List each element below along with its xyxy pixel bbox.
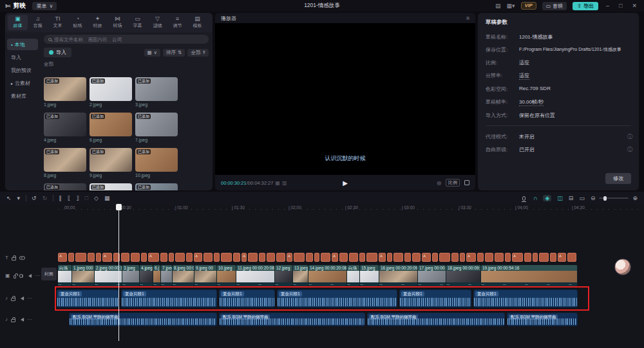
lock-icon[interactable] — [11, 298, 15, 301]
subtitle-clip[interactable]: A — [512, 253, 523, 262]
subtitle-clip[interactable] — [366, 253, 377, 262]
frame-grid-icon[interactable]: ▦ — [275, 180, 280, 186]
subtitle-clip[interactable] — [485, 253, 493, 262]
subtitle-clip[interactable]: A — [102, 253, 112, 262]
video-clip[interactable]: 18.jpeg 00:00:09:11 — [446, 265, 481, 286]
audio-track-icon[interactable]: ♪ — [5, 317, 8, 322]
video-clip[interactable]: 白场 — [347, 265, 360, 286]
more-icon[interactable]: ··· — [27, 296, 32, 301]
subtitle-clip[interactable] — [505, 253, 511, 262]
import-button[interactable]: 导入 — [44, 48, 71, 57]
subtitle-clip[interactable] — [439, 253, 450, 262]
sidebar-item-云素材[interactable]: ▸云素材 — [7, 77, 38, 89]
video-clip[interactable]: 1.jpeg 000 — [72, 265, 95, 286]
video-clip[interactable]: 13.jpeg 00 — [293, 265, 308, 286]
video-clip[interactable]: 6.j — [153, 265, 161, 286]
subtitle-clip[interactable] — [204, 253, 213, 262]
subtitle-clip[interactable] — [404, 253, 411, 262]
subtitle-clip[interactable] — [539, 253, 549, 262]
subtitle-clip[interactable] — [259, 253, 265, 262]
quality-icon[interactable]: ◎ — [437, 180, 441, 186]
subtitle-clip[interactable]: A — [194, 253, 202, 262]
subtitle-clip[interactable] — [412, 253, 421, 262]
subtitle-clip[interactable] — [68, 253, 74, 262]
trim-right-icon[interactable]: ⟧ — [76, 195, 79, 201]
audio-track-icon[interactable]: ♪ — [5, 296, 8, 301]
tab-转场[interactable]: ⋈转场 — [108, 15, 128, 30]
tab-音频[interactable]: ♫音频 — [28, 15, 48, 30]
draft-row-value[interactable]: 适应 — [519, 72, 529, 80]
preview-axis-toggle-icon[interactable]: ◫ — [557, 195, 563, 201]
subtitle-clip[interactable]: A — [148, 253, 159, 262]
subtitle-clip[interactable] — [349, 253, 358, 262]
subtitle-clip[interactable] — [550, 253, 556, 262]
audio-clip[interactable]: 配乐 BGM 平静的钢琴曲 — [69, 313, 217, 326]
frame-grid2-icon[interactable]: ▥ — [282, 180, 287, 186]
media-item[interactable]: 已添加 — [135, 183, 178, 190]
filter-button[interactable]: 全部 Ŧ — [187, 49, 209, 57]
tab-文本[interactable]: TI文本 — [48, 15, 68, 30]
maximize-button[interactable]: □ — [617, 3, 624, 9]
video-clip[interactable]: 19.jpeg 00:00:54:16 — [481, 265, 578, 286]
subtitle-clip[interactable] — [359, 253, 365, 262]
subtitle-clip[interactable]: A — [58, 253, 67, 262]
text-track-icon[interactable]: T — [5, 255, 8, 261]
media-item[interactable]: 已添加8.jpeg — [44, 148, 86, 178]
subtitle-clip[interactable] — [221, 253, 232, 262]
subtitle-clip[interactable] — [533, 253, 538, 262]
subtitle-clip[interactable]: A — [332, 253, 338, 262]
tab-模板[interactable]: ▤模板 — [187, 15, 207, 30]
subtitle-clip[interactable] — [88, 253, 95, 262]
subtitle-clip[interactable] — [393, 253, 403, 262]
video-clip[interactable]: 3.jpeg — [122, 265, 140, 286]
sidebar-item-导入[interactable]: 导入 — [7, 51, 38, 63]
mute-icon[interactable] — [21, 297, 24, 300]
media-item[interactable]: 已添加7.jpeg — [135, 113, 178, 142]
sidebar-item-本地[interactable]: •本地 — [7, 39, 38, 50]
audio-clip[interactable]: 配乐 BGM 平静的钢琴曲 — [367, 313, 505, 326]
timeline-ruler[interactable]: 00:00| 00:30| 01:00| 01:30| 02:00| 02:30… — [0, 205, 644, 212]
video-clip[interactable]: 14.jpeg 00:00:20:08 — [308, 265, 347, 286]
premiere-button[interactable]: ▭ 首映 — [542, 2, 567, 10]
link-toggle-icon[interactable]: ◈ — [543, 195, 551, 201]
tab-调节[interactable]: ≡调节 — [167, 15, 187, 30]
eye-icon[interactable] — [19, 256, 25, 260]
subtitle-clip[interactable] — [339, 253, 348, 262]
subtitle-clip[interactable] — [175, 253, 185, 262]
playhead-handle[interactable] — [116, 204, 122, 210]
subtitle-clip[interactable] — [160, 253, 167, 262]
subtitle-clip[interactable] — [524, 253, 531, 262]
eye-icon[interactable] — [19, 274, 23, 278]
subtitle-clip[interactable] — [495, 253, 504, 262]
menu-button[interactable]: 菜单 ∨ — [32, 2, 57, 10]
zoom-in-icon[interactable]: ⊕ — [632, 195, 638, 201]
info-icon[interactable]: ⓘ — [627, 133, 632, 140]
magnet-toggle-icon[interactable]: ∩ — [533, 195, 537, 201]
modify-button[interactable]: 修改 — [605, 173, 631, 184]
device-preview-icon[interactable]: ▤ — [495, 3, 501, 9]
cover-button[interactable]: 封面 — [41, 268, 57, 280]
media-item[interactable]: 已添加9.jpeg — [90, 148, 132, 178]
video-clip[interactable]: 11.jpeg 00:00:20:08 — [236, 265, 275, 286]
subtitle-clip[interactable] — [477, 253, 484, 262]
play-button[interactable]: ▶ — [343, 179, 348, 187]
subtitle-clip[interactable]: A — [558, 253, 566, 262]
caret-down-icon[interactable]: ▾ — [17, 195, 21, 201]
draft-row-value[interactable]: 30.00帧/秒 — [519, 98, 544, 106]
sidebar-item-我的预设[interactable]: 我的预设 — [7, 64, 38, 76]
subtitle-clip[interactable]: A — [287, 253, 292, 262]
lock-icon[interactable] — [14, 275, 17, 279]
undo-icon[interactable]: ↺ — [32, 195, 37, 201]
subtitle-clip[interactable] — [121, 253, 129, 262]
subtitle-clip[interactable] — [276, 253, 285, 262]
media-item[interactable]: 已添加 — [90, 183, 132, 190]
media-item[interactable]: 已添加4.jpeg — [44, 113, 86, 142]
more-icon[interactable]: ··· — [35, 273, 40, 279]
subtitle-clip[interactable] — [267, 253, 275, 262]
tab-贴纸[interactable]: ◔贴纸 — [68, 15, 88, 30]
subtitle-clip[interactable] — [306, 253, 313, 262]
zoom-slider-handle[interactable] — [603, 196, 607, 201]
search-bar[interactable] — [44, 35, 209, 44]
fullscreen-icon[interactable] — [464, 180, 469, 185]
subtitle-clip[interactable] — [248, 253, 258, 262]
